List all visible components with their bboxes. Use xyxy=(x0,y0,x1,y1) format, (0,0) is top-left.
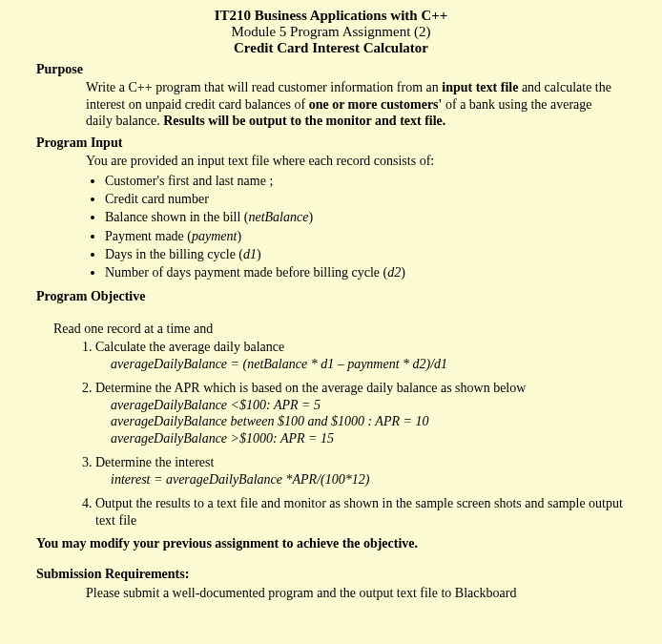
step-1: Calculate the average daily balance aver… xyxy=(95,339,626,372)
list-item: Balance shown in the bill (netBalance) xyxy=(105,209,626,226)
input-item-text: ) xyxy=(401,265,405,280)
modify-note: You may modify your previous assignment … xyxy=(36,536,626,551)
step-3-text: Determine the interest xyxy=(95,455,214,469)
input-item-text: Balance shown in the bill ( xyxy=(105,210,248,224)
step-4: Output the results to a text file and mo… xyxy=(95,495,626,529)
step-3-formula: interest = averageDailyBalance *APR/(100… xyxy=(111,471,626,488)
step-1-text: Calculate the average daily balance xyxy=(95,340,284,354)
step-4-text: Output the results to a text file and mo… xyxy=(95,496,623,528)
input-item-text: ) xyxy=(308,210,313,224)
input-lead: You are provided an input text file wher… xyxy=(86,153,616,170)
input-item-var: d2 xyxy=(387,265,401,280)
input-item-text: Credit card number xyxy=(105,192,209,206)
list-item: Credit card number xyxy=(105,191,626,208)
objective-heading: Program Objective xyxy=(36,289,626,304)
list-item: Number of days payment made before billi… xyxy=(105,264,626,281)
course-title: IT210 Business Applications with C++ xyxy=(36,8,626,24)
title-block: IT210 Business Applications with C++ Mod… xyxy=(36,8,626,56)
input-item-text: Payment made ( xyxy=(105,229,192,243)
step-2-line2: averageDailyBalance between $100 and $10… xyxy=(111,413,626,430)
purpose-heading: Purpose xyxy=(36,62,626,77)
list-item: Customer's first and last name ; xyxy=(105,173,626,190)
purpose-b3: Results will be output to the monitor an… xyxy=(163,114,445,128)
module-title: Module 5 Program Assignment (2) xyxy=(36,24,626,40)
input-item-text: ) xyxy=(257,247,261,261)
step-2-text: Determine the APR which is based on the … xyxy=(95,381,526,395)
input-heading: Program Input xyxy=(36,135,626,151)
input-item-var: netBalance xyxy=(248,210,308,224)
input-item-text: Customer's first and last name ; xyxy=(105,174,273,188)
submission-heading: Submission Requirements: xyxy=(36,567,626,582)
input-item-var: d1 xyxy=(243,247,257,261)
objective-steps: Calculate the average daily balance aver… xyxy=(76,339,626,529)
purpose-t1: Write a C++ program that will read custo… xyxy=(86,80,442,94)
step-2: Determine the APR which is based on the … xyxy=(95,380,626,447)
step-1-formula: averageDailyBalance = (netBalance * d1 –… xyxy=(111,356,626,373)
step-2-line3: averageDailyBalance >$1000: APR = 15 xyxy=(111,430,626,447)
input-item-text: Days in the billing cycle ( xyxy=(105,247,243,261)
list-item: Payment made (payment) xyxy=(105,228,626,245)
purpose-b2: one or more customers' xyxy=(309,97,443,112)
step-3: Determine the interest interest = averag… xyxy=(95,454,626,488)
input-item-text: Number of days payment made before billi… xyxy=(105,265,387,280)
purpose-b1: input text file xyxy=(442,80,518,94)
document-page: IT210 Business Applications with C++ Mod… xyxy=(0,0,662,611)
step-2-line1: averageDailyBalance <$100: APR = 5 xyxy=(111,397,626,414)
assignment-title: Credit Card Interest Calculator xyxy=(36,40,626,56)
purpose-text: Write a C++ program that will read custo… xyxy=(86,79,616,130)
objective-lead: Read one record at a time and xyxy=(53,322,626,337)
input-item-var: payment xyxy=(192,229,237,243)
list-item: Days in the billing cycle (d1) xyxy=(105,246,626,263)
submission-text: Please submit a well-documented program … xyxy=(86,586,626,601)
input-list: Customer's first and last name ; Credit … xyxy=(86,173,626,281)
input-item-text: ) xyxy=(237,229,241,243)
